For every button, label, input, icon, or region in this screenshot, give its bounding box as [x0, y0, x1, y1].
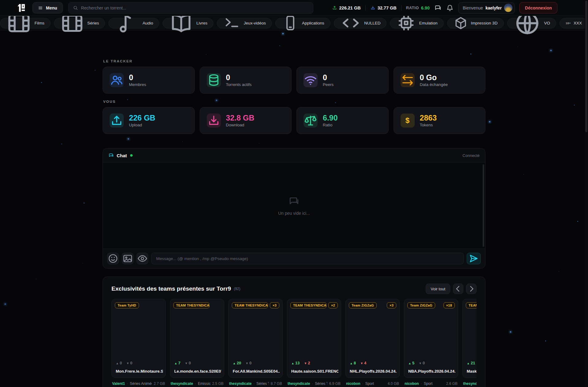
hamburger-icon	[38, 6, 43, 10]
exclusives-panel: Exclusivités des teams présentes sur Tor…	[103, 277, 485, 387]
torrent-card-poster[interactable]: Team ZiGZaG×3▲8▼4NHL.Playoffs.2026.04.24…	[345, 299, 400, 378]
nav-item-impression-3d[interactable]: Impression 3D	[447, 18, 504, 28]
team-badge: Team ZiGZaG	[407, 302, 435, 308]
torrent-category: Séries TV	[315, 381, 327, 386]
team-badge: Team ZiGZaG	[349, 302, 377, 308]
nav-item-applications[interactable]: Applications	[275, 18, 330, 28]
page-scrollbar[interactable]	[585, 0, 588, 387]
stat-value: 0	[226, 73, 252, 81]
stat-card-tokens: $2863Tokens	[394, 107, 486, 134]
star	[61, 143, 62, 144]
search-bar[interactable]	[68, 2, 313, 14]
nav-item-label: Applications	[302, 21, 324, 25]
avatar	[504, 4, 512, 12]
uploader-name[interactable]: thesyndicate	[288, 381, 310, 386]
preview-button[interactable]	[137, 253, 148, 264]
torrent-card[interactable]: TEAM THESYNDiCATE▲21▼0Mask.Sthesyndicate	[462, 299, 477, 386]
stat-label: Tokens	[420, 123, 437, 127]
nav-item-label: Jeux-vidéos	[244, 21, 266, 25]
divider	[365, 5, 366, 11]
stat-label: Data échangée	[420, 82, 448, 87]
nav-item-s-ries[interactable]: Séries	[54, 18, 105, 28]
leechers-count: ▼4	[360, 361, 366, 365]
nav-item-xxx[interactable]: 18+XXX	[560, 18, 588, 28]
meta-separator: ·	[127, 381, 128, 386]
nav-item-vo[interactable]: VO	[507, 18, 556, 28]
torrent-card-poster[interactable]: Team TyHD▲0▼0Mon.Frere.le.Minotaure.S...	[111, 299, 166, 378]
torrent-card[interactable]: TEAM THESYNDiCATE▲7▼0Le.monde.en.face.S2…	[170, 299, 224, 386]
torrent-card[interactable]: Team ZiGZaG×18▲5▼0NBA.Playoffs.2026.04.2…	[404, 299, 458, 386]
upload-total-stat: 226.21 GB	[332, 5, 361, 10]
torrent-card[interactable]: TEAM THESYNDiCATE×3▲20▼0For.All.Mankind.…	[228, 299, 283, 386]
image-upload-button[interactable]	[122, 253, 134, 264]
leechers-count: ▼0	[245, 361, 251, 365]
search-input[interactable]	[81, 6, 309, 10]
uploader-name[interactable]: nicobon	[346, 381, 360, 386]
torrent-card-poster[interactable]: Team ZiGZaG×18▲5▼0NBA.Playoffs.2026.04.2…	[404, 299, 458, 378]
logout-button[interactable]: Déconnexion	[519, 2, 557, 13]
tracker-stats-row: 0Membres0Torrents actifs0Peers0 GoData é…	[103, 67, 485, 94]
torrent-card[interactable]: Team TyHD▲0▼0Mon.Frere.le.Minotaure.S...…	[111, 299, 166, 386]
main-content: LE TRACKER 0Membres0Torrents actifs0Peer…	[103, 31, 485, 387]
site-logo[interactable]	[16, 2, 27, 13]
torrent-size: 2.6 GB	[446, 381, 458, 386]
stat-card-download: 32.8 GBDownload	[200, 107, 292, 134]
category-nav: FilmsSériesAudioLivresJeux-vidéosApplica…	[0, 16, 588, 31]
multiplier-badge: ×3	[387, 302, 396, 308]
seeders-count: ▲5	[408, 361, 414, 365]
carousel-next-button[interactable]	[466, 284, 477, 294]
star	[82, 263, 83, 264]
torrent-card[interactable]: TEAM THESYNDiCATE×2▲13▼2Haute.saison.S01…	[287, 299, 341, 386]
seeders-count: ▲0	[116, 361, 122, 365]
send-message-button[interactable]	[467, 253, 481, 264]
image-icon	[122, 253, 133, 264]
star	[510, 331, 511, 333]
torrent-card-poster[interactable]: TEAM THESYNDiCATE▲7▼0Le.monde.en.face.S2…	[170, 299, 224, 378]
welcome-label: Bienvenue	[463, 6, 483, 10]
torrent-card-poster[interactable]: TEAM THESYNDiCATE▲21▼0Mask.S	[462, 299, 477, 378]
notifications-button[interactable]	[446, 4, 454, 12]
divider	[401, 5, 401, 11]
seeders-up-icon: ▲	[350, 362, 353, 365]
nav-item-nulled[interactable]: NULLED	[334, 18, 387, 28]
phone-icon	[281, 14, 299, 32]
nav-item-films[interactable]: Films	[0, 18, 51, 28]
emoji-button[interactable]	[107, 253, 119, 264]
nav-item-label: Audio	[142, 21, 153, 25]
nav-item-audio[interactable]: Audio	[108, 18, 159, 28]
star	[559, 271, 559, 272]
torrent-category: Séries Animées	[130, 381, 152, 386]
star	[518, 47, 518, 47]
user-menu[interactable]: Bienvenue kaelyfer	[458, 2, 515, 14]
page-scrollbar-thumb[interactable]	[585, 1, 587, 132]
download-total-stat: 32.77 GB	[370, 5, 397, 10]
seeders-count: ▲7	[174, 361, 180, 365]
team-badge: TEAM THESYNDiCATE	[173, 302, 209, 308]
team-badge: Team TyHD	[115, 302, 139, 308]
star	[574, 105, 575, 106]
stat-label: Torrents actifs	[226, 82, 252, 87]
stat-value: 6.90	[323, 114, 338, 122]
nav-item-jeux-vid-os[interactable]: Jeux-vidéos	[217, 18, 272, 28]
torrent-card-poster[interactable]: TEAM THESYNDiCATE×2▲13▼2Haute.saison.S01…	[287, 299, 341, 378]
stat-card-membres: 0Membres	[103, 67, 195, 94]
torrent-title: NHL.Playoffs.2026.04.24...	[350, 369, 397, 374]
menu-button[interactable]: Menu	[32, 2, 63, 13]
messages-button[interactable]	[434, 4, 442, 12]
top-bar-right: 226.21 GB 32.77 GB RATIO 6.90 Bienvenue …	[332, 2, 557, 14]
uploader-name[interactable]: nicobon	[405, 381, 419, 386]
chat-scrollbar[interactable]	[483, 164, 484, 247]
view-all-button[interactable]: Voir tout	[426, 284, 450, 294]
message-input[interactable]	[151, 253, 464, 264]
uploader-name[interactable]: thesyndicate	[171, 381, 193, 386]
nav-item-emulation[interactable]: Emulation	[390, 18, 443, 28]
carousel-prev-button[interactable]	[453, 284, 463, 294]
uploader-name[interactable]: thesyndicate	[463, 381, 477, 386]
uploader-name[interactable]: thesyndicate	[229, 381, 251, 386]
meta-separator: ·	[362, 381, 364, 386]
uploader-name[interactable]: Valent1	[112, 381, 125, 386]
torrent-card[interactable]: Team ZiGZaG×3▲8▼4NHL.Playoffs.2026.04.24…	[345, 299, 400, 386]
torrent-card-poster[interactable]: TEAM THESYNDiCATE×3▲20▼0For.All.Mankind.…	[228, 299, 283, 378]
terminal-icon	[223, 14, 241, 32]
nav-item-livres[interactable]: Livres	[163, 18, 213, 28]
